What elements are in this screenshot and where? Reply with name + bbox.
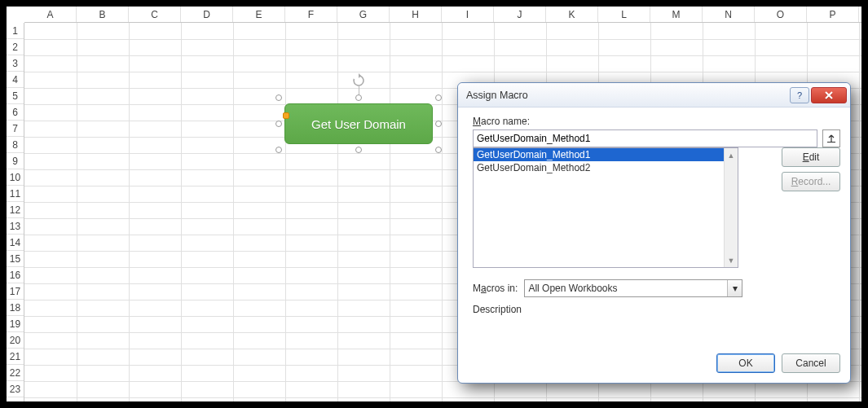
col-header[interactable]: D (181, 7, 233, 22)
row-header[interactable]: 22 (7, 365, 24, 381)
row-header[interactable]: 3 (7, 55, 24, 72)
row-header[interactable]: 17 (7, 283, 24, 300)
row-header[interactable]: 7 (7, 121, 24, 137)
row-header[interactable]: 19 (7, 316, 24, 332)
resize-handle[interactable] (435, 147, 442, 153)
rotation-handle-icon[interactable] (351, 73, 366, 88)
help-button[interactable]: ? (790, 87, 809, 103)
col-header[interactable]: N (703, 7, 755, 22)
col-header[interactable]: G (337, 7, 390, 22)
macros-in-select[interactable]: All Open Workbooks ▾ (524, 279, 742, 297)
col-header[interactable]: M (650, 7, 703, 22)
row-header[interactable]: 11 (7, 186, 24, 202)
resize-handle[interactable] (275, 94, 282, 101)
row-header[interactable]: 20 (7, 332, 24, 349)
macro-listbox[interactable]: GetUserDomain_Method1 GetUserDomain_Meth… (473, 147, 738, 268)
row-header[interactable]: 4 (7, 72, 24, 88)
dialog-footer: OK Cancel (716, 353, 840, 373)
row-headers: 1 2 3 4 5 6 7 8 9 10 11 12 13 14 15 16 1… (7, 23, 24, 401)
description-label: Description (473, 304, 840, 315)
list-item[interactable]: GetUserDomain_Method1 (474, 148, 738, 161)
row-header[interactable]: 9 (7, 153, 24, 169)
row-header[interactable]: 5 (7, 88, 24, 104)
scrollbar[interactable]: ▲ ▼ (724, 148, 738, 267)
row-header[interactable]: 23 (7, 381, 24, 397)
macros-in-label: Macros in: (473, 283, 518, 294)
resize-handle[interactable] (355, 94, 362, 101)
scroll-down-icon[interactable]: ▼ (725, 253, 738, 267)
resize-handle[interactable] (275, 147, 282, 153)
row-header[interactable]: 21 (7, 349, 24, 365)
row-header[interactable]: 14 (7, 235, 24, 251)
col-header[interactable]: L (598, 7, 650, 22)
record-button[interactable]: Record... (782, 172, 840, 191)
close-icon (824, 91, 834, 99)
excel-window: A B C D E F G H I J K L M N O P 1 2 3 4 … (7, 7, 861, 401)
help-icon: ? (797, 90, 802, 100)
resize-handle[interactable] (435, 121, 442, 127)
close-button[interactable] (811, 87, 847, 103)
resize-handle[interactable] (275, 121, 282, 127)
col-header[interactable]: J (494, 7, 546, 22)
col-header[interactable]: I (442, 7, 494, 22)
arrow-up-icon (826, 134, 836, 143)
assign-macro-dialog: Assign Macro ? Macro name: GetUserDomain… (457, 82, 851, 384)
col-header[interactable]: P (807, 7, 859, 22)
collapse-dialog-button[interactable] (822, 129, 840, 147)
row-header[interactable]: 1 (7, 23, 24, 39)
row-header[interactable]: 10 (7, 169, 24, 186)
row-header[interactable]: 15 (7, 251, 24, 267)
side-buttons: Edit Record... (782, 147, 840, 196)
col-header[interactable]: B (77, 7, 129, 22)
row-header[interactable]: 2 (7, 39, 24, 55)
row-header[interactable]: 18 (7, 300, 24, 316)
col-header[interactable]: C (129, 7, 181, 22)
chevron-down-icon[interactable]: ▾ (727, 280, 742, 296)
column-headers: A B C D E F G H I J K L M N O P (24, 7, 861, 23)
edit-button[interactable]: Edit (782, 147, 840, 167)
col-header[interactable]: F (285, 7, 337, 22)
scroll-up-icon[interactable]: ▲ (725, 148, 738, 162)
select-value: All Open Workbooks (528, 283, 617, 294)
resize-handle[interactable] (435, 94, 442, 101)
dialog-title: Assign Macro (466, 90, 528, 101)
dialog-body: Macro name: GetUserDomain_Method1 GetUse… (458, 107, 850, 383)
row-header[interactable]: 12 (7, 202, 24, 218)
shape-selection[interactable]: Get User Domain (279, 98, 438, 150)
ok-button[interactable]: OK (716, 353, 775, 373)
col-header[interactable]: K (546, 7, 598, 22)
macro-name-input[interactable] (473, 129, 817, 147)
cancel-button[interactable]: Cancel (782, 353, 840, 373)
col-header[interactable]: O (755, 7, 807, 22)
resize-handle[interactable] (355, 147, 362, 153)
col-header[interactable]: E (233, 7, 285, 22)
col-header[interactable]: A (24, 7, 77, 22)
adjust-handle[interactable] (283, 112, 289, 119)
row-header[interactable]: 16 (7, 267, 24, 283)
dialog-titlebar[interactable]: Assign Macro ? (458, 83, 850, 107)
macro-button-shape[interactable]: Get User Domain (284, 103, 433, 144)
list-item[interactable]: GetUserDomain_Method2 (474, 161, 738, 174)
row-header[interactable]: 13 (7, 218, 24, 235)
macro-name-label: Macro name: (473, 116, 840, 127)
row-header[interactable]: 8 (7, 137, 24, 153)
col-header[interactable]: H (390, 7, 442, 22)
row-header[interactable]: 6 (7, 104, 24, 121)
svg-rect-0 (827, 142, 835, 143)
